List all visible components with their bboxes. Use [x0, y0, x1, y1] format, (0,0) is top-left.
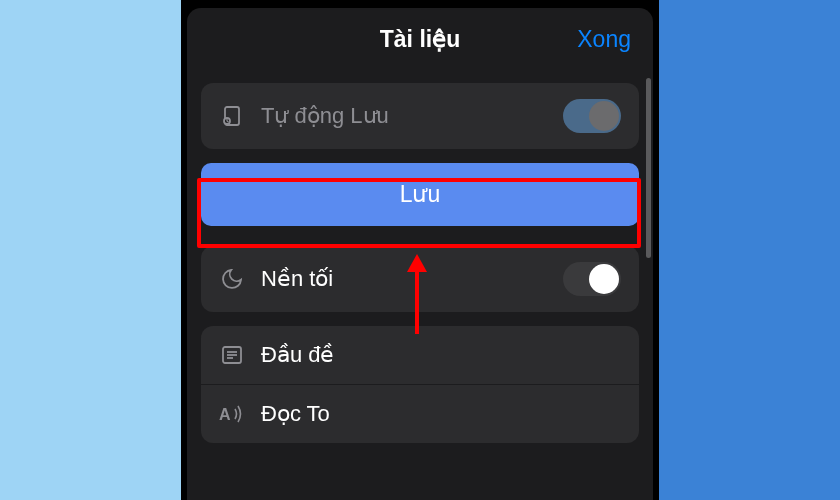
- headings-label: Đầu đề: [261, 342, 621, 368]
- readaloud-icon: A: [219, 401, 245, 427]
- document-sheet: Tài liệu Xong Tự động Lưu Lưu: [187, 8, 653, 500]
- autosave-icon: [219, 103, 245, 129]
- scroll-indicator[interactable]: [646, 78, 651, 258]
- done-button[interactable]: Xong: [577, 26, 631, 53]
- readaloud-label: Đọc To: [261, 401, 621, 427]
- darkmode-toggle[interactable]: [563, 262, 621, 296]
- save-button[interactable]: Lưu: [201, 163, 639, 226]
- headings-row[interactable]: Đầu đề: [201, 326, 639, 384]
- autosave-toggle[interactable]: [563, 99, 621, 133]
- svg-text:A: A: [219, 406, 231, 423]
- sheet-title: Tài liệu: [380, 26, 460, 53]
- moon-icon: [219, 266, 245, 292]
- darkmode-row: Nền tối: [201, 246, 639, 312]
- sheet-header: Tài liệu Xong: [187, 8, 653, 71]
- readaloud-row[interactable]: A Đọc To: [201, 385, 639, 443]
- autosave-row: Tự động Lưu: [201, 83, 639, 149]
- phone-frame: Tài liệu Xong Tự động Lưu Lưu: [181, 0, 659, 500]
- autosave-label: Tự động Lưu: [261, 103, 547, 129]
- darkmode-label: Nền tối: [261, 266, 547, 292]
- list-icon: [219, 342, 245, 368]
- settings-section: Tự động Lưu Lưu Nền tối: [201, 83, 639, 443]
